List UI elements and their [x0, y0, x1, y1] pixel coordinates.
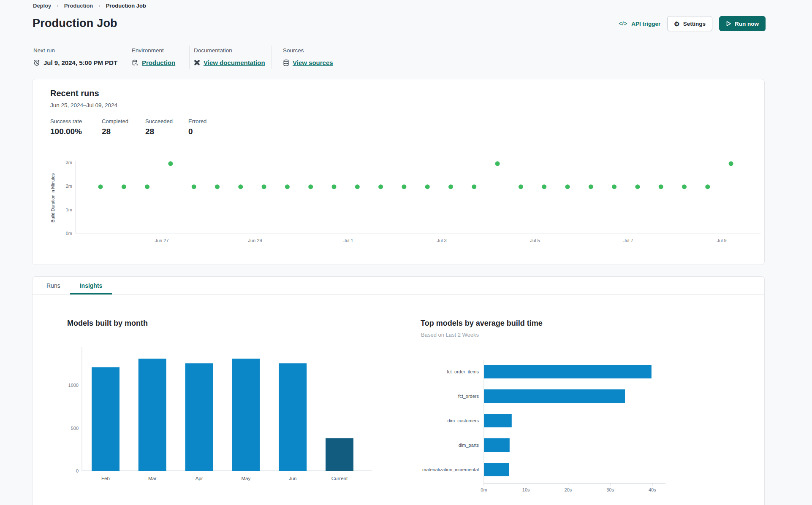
- run-dot[interactable]: [659, 184, 663, 189]
- breadcrumb: Deploy › Production › Production Job: [33, 3, 146, 9]
- run-dot[interactable]: [378, 184, 383, 189]
- divider: [189, 46, 190, 69]
- recent-runs-date-range: Jun 25, 2024–Jul 09, 2024: [50, 102, 117, 108]
- run-dot[interactable]: [332, 184, 337, 189]
- axis-tick-label: 1000: [68, 383, 79, 388]
- axis-tick-label: 1m: [66, 207, 72, 212]
- run-dot[interactable]: [192, 184, 196, 189]
- info-documentation: Documentation View documentation: [194, 47, 265, 66]
- month-bar[interactable]: [185, 363, 213, 471]
- run-dot[interactable]: [122, 184, 126, 189]
- run-dot[interactable]: [705, 184, 710, 189]
- axis-tick-label: Jun 29: [248, 238, 262, 243]
- run-now-button[interactable]: Run now: [719, 16, 766, 31]
- info-next-run: Next run Jul 9, 2024, 5:00 PM PDT: [33, 47, 117, 66]
- run-dot[interactable]: [262, 184, 266, 189]
- run-dot[interactable]: [98, 184, 103, 189]
- run-dot[interactable]: [215, 184, 220, 189]
- run-dot[interactable]: [145, 184, 149, 189]
- tab-insights[interactable]: Insights: [70, 277, 112, 294]
- view-sources-link[interactable]: View sources: [293, 59, 333, 66]
- run-now-label: Run now: [735, 21, 759, 27]
- run-dot[interactable]: [519, 184, 523, 189]
- x-category-label: Jun: [289, 476, 297, 481]
- run-dot[interactable]: [589, 184, 593, 189]
- stat-completed: Completed 28: [102, 118, 128, 136]
- run-dot[interactable]: [542, 184, 546, 189]
- recent-runs-title: Recent runs: [50, 89, 99, 98]
- alarm-clock-icon: [33, 59, 40, 66]
- run-dot[interactable]: [402, 184, 406, 189]
- next-run-label: Next run: [33, 47, 117, 54]
- axis-tick-label: Jul 9: [717, 238, 726, 243]
- stat-value: 28: [145, 127, 173, 136]
- view-documentation-link[interactable]: View documentation: [204, 59, 265, 66]
- model-bar[interactable]: [484, 438, 510, 452]
- run-dot[interactable]: [238, 184, 243, 189]
- x-category-label: Feb: [101, 476, 110, 481]
- breadcrumb-production[interactable]: Production: [64, 3, 93, 9]
- run-dot[interactable]: [682, 184, 687, 189]
- run-dot[interactable]: [448, 184, 453, 189]
- axis-tick-label: 0m: [481, 487, 487, 492]
- run-dot[interactable]: [495, 161, 500, 166]
- run-dot[interactable]: [425, 184, 430, 189]
- x-category-label: May: [242, 476, 251, 481]
- stat-value: 0: [188, 127, 206, 136]
- insights-card: Runs Insights Models built by month Top …: [32, 276, 765, 505]
- top-models-title: Top models by average build time: [421, 319, 543, 328]
- tab-bar: Runs Insights: [33, 277, 764, 295]
- run-dot[interactable]: [729, 161, 733, 166]
- month-bar[interactable]: [232, 359, 260, 471]
- breadcrumb-deploy[interactable]: Deploy: [33, 3, 51, 9]
- model-bar[interactable]: [484, 463, 509, 476]
- month-bar[interactable]: [279, 363, 307, 471]
- models-by-month-title: Models built by month: [67, 319, 148, 328]
- stat-value: 28: [102, 127, 128, 136]
- model-bar[interactable]: [484, 414, 512, 427]
- stat-label: Succeeded: [145, 118, 173, 124]
- run-dot[interactable]: [472, 184, 476, 189]
- run-dot[interactable]: [565, 184, 570, 189]
- axis-tick-label: 0: [76, 468, 79, 473]
- run-dot[interactable]: [168, 161, 173, 166]
- axis-tick-label: 10s: [522, 487, 530, 492]
- gear-icon: ⚙: [674, 21, 679, 27]
- api-trigger-label: API trigger: [631, 21, 660, 27]
- production-job-page: { "breadcrumb": { "items": ["Deploy", "P…: [0, 0, 812, 505]
- run-dot[interactable]: [612, 184, 616, 189]
- sources-label: Sources: [283, 47, 333, 54]
- environment-link[interactable]: Production: [142, 59, 175, 66]
- axis-tick-label: Jun 27: [155, 238, 168, 243]
- stat-succeeded: Succeeded 28: [145, 118, 173, 136]
- run-dot[interactable]: [285, 184, 290, 189]
- info-environment: Environment Production: [132, 47, 175, 66]
- axis-tick-label: 2m: [66, 184, 72, 189]
- run-dot[interactable]: [635, 184, 640, 189]
- model-bar[interactable]: [484, 389, 625, 403]
- x-category-label: Mar: [148, 476, 157, 481]
- y-category-label: materialization_incremental: [422, 467, 479, 472]
- x-category-label: Apr: [196, 476, 203, 481]
- y-category-label: fct_order_items: [447, 369, 479, 374]
- axis-tick-label: 0m: [66, 231, 72, 236]
- y-axis-title: Build Duration in Minutes: [50, 173, 55, 223]
- info-sources: Sources View sources: [283, 47, 333, 66]
- run-dot[interactable]: [308, 184, 313, 189]
- settings-button[interactable]: ⚙ Settings: [667, 16, 712, 31]
- run-dot[interactable]: [355, 184, 360, 189]
- api-trigger-link[interactable]: </> API trigger: [619, 21, 660, 27]
- tab-runs[interactable]: Runs: [37, 277, 70, 294]
- top-models-chart: 0m10s20s30s40sfct_order_itemsfct_ordersd…: [402, 355, 718, 496]
- breadcrumb-production-job: Production Job: [106, 3, 146, 9]
- month-bar[interactable]: [139, 359, 166, 471]
- month-bar[interactable]: [92, 367, 119, 471]
- model-bar[interactable]: [484, 365, 652, 378]
- page-title: Production Job: [33, 17, 117, 30]
- y-category-label: dim_parts: [459, 443, 479, 448]
- models-by-month-chart: 05001000FebMarAprMayJunCurrent: [60, 346, 380, 488]
- documentation-label: Documentation: [194, 47, 265, 54]
- month-bar[interactable]: [326, 438, 353, 471]
- y-category-label: dim_customers: [447, 418, 479, 423]
- axis-tick-label: 30s: [606, 487, 614, 492]
